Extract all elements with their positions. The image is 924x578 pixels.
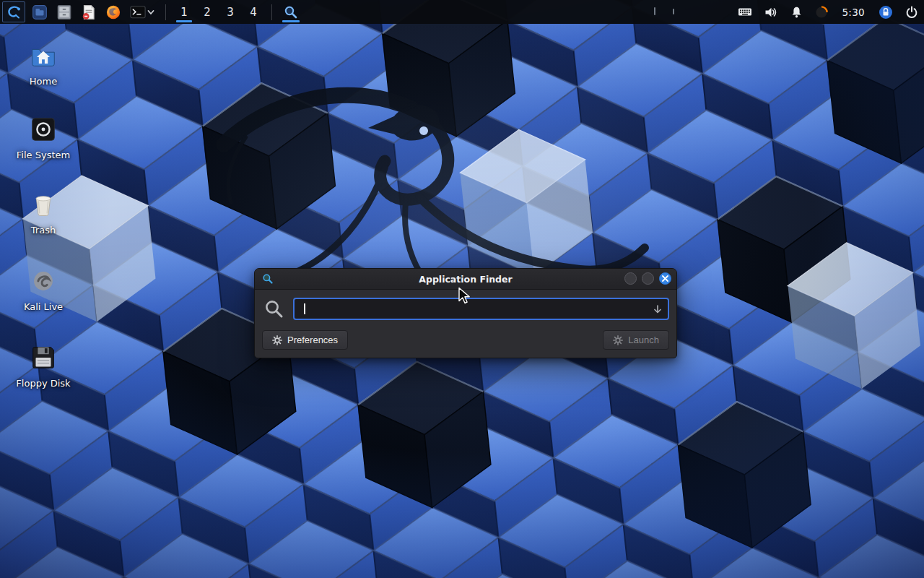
kali-menu-icon [2,1,25,22]
workspace-3-label: 3 [227,6,234,19]
desktop-icon-trash[interactable]: Trash [4,189,83,236]
taskbar-application-finder[interactable] [279,0,303,24]
close-icon [662,275,668,282]
document-badge-icon [81,4,97,20]
launcher-firefox[interactable] [101,0,126,24]
keyboard-icon[interactable] [738,5,752,19]
file-cabinet-icon [56,4,72,20]
desktop-icon-floppy-disk[interactable]: Floppy Disk [4,342,83,389]
app-finder-icon [284,5,298,20]
titlebar[interactable]: Application Finder [255,269,676,290]
workspace-3[interactable]: 3 [219,0,242,24]
minimize-button[interactable] [624,272,637,285]
file-system-icon [28,114,58,144]
workspace-4-label: 4 [250,6,257,19]
kali-live-icon [28,266,58,296]
desktop-icon-label: Floppy Disk [16,378,70,389]
lock-icon[interactable] [879,5,893,20]
panel-separator [165,4,166,20]
window-app-finder-icon [262,273,274,285]
terminal-icon [130,5,146,20]
volume-icon[interactable] [764,6,778,19]
desktop-icon-label: Home [30,76,57,87]
chevron-down-icon[interactable] [147,9,154,16]
logout-icon[interactable] [905,6,918,19]
desktop-icon-file-system[interactable]: File System [4,114,83,160]
firefox-icon [105,4,121,20]
launcher-text-editor[interactable] [77,0,101,24]
workspace-1-label: 1 [180,6,188,19]
workspace-4[interactable]: 4 [242,0,265,24]
text-caret [304,303,305,314]
session-progress-icon[interactable] [815,6,828,19]
search-input-wrap [293,298,669,320]
notifications-icon[interactable] [790,6,803,19]
workspace-1[interactable]: 1 [173,0,196,24]
close-button[interactable] [659,272,671,285]
launcher-file-manager[interactable] [27,0,52,24]
desktop-icon-label: File System [17,150,70,160]
floppy-disk-icon [28,342,58,373]
application-finder-window: Application Finder [254,268,677,358]
trash-icon [28,189,58,220]
launch-icon [613,335,623,345]
gear-icon [272,335,282,345]
applications-menu-button[interactable] [0,0,27,24]
desktop-icon-kali-live[interactable]: Kali Live [4,266,83,312]
maximize-button[interactable] [642,272,654,285]
files-dark-icon [32,4,48,20]
launch-label: Launch [628,335,659,345]
desktop-icon-label: Kali Live [24,301,63,312]
preferences-label: Preferences [287,335,338,345]
search-input[interactable] [295,299,668,319]
tray-indicator-tick [654,7,655,15]
launcher-file-cabinet[interactable] [52,0,77,24]
top-panel: 1 2 3 4 [0,0,924,24]
workspace-2-label: 2 [204,6,211,19]
launch-button[interactable]: Launch [603,330,669,350]
tray-indicator-tick [673,9,674,14]
preferences-button[interactable]: Preferences [262,330,348,350]
desktop-icon-home[interactable]: Home [4,40,83,87]
home-folder-icon [28,40,58,71]
arrow-down-icon[interactable] [653,304,663,315]
panel-separator [271,4,272,20]
launcher-terminal[interactable] [126,0,159,24]
desktop-icon-label: Trash [31,225,56,236]
window-title: Application Finder [255,274,676,285]
workspace-2[interactable]: 2 [196,0,219,24]
search-icon [264,299,284,319]
clock[interactable]: 5:30 [840,7,866,18]
